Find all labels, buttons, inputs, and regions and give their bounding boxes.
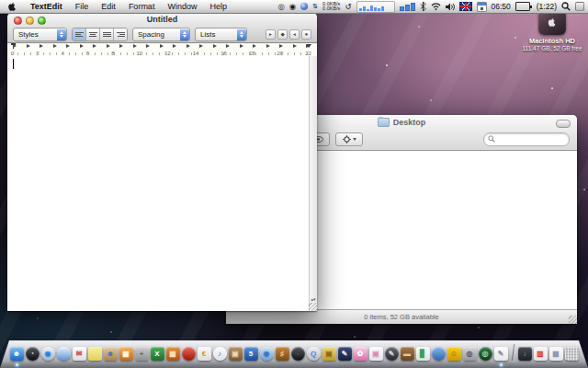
- universal-access-icon[interactable]: ◉: [289, 0, 296, 13]
- dock-icon-google-earth[interactable]: ◗: [432, 347, 446, 361]
- dock-icon-lego-app[interactable]: ☺: [447, 347, 461, 361]
- clock-text[interactable]: 06:50: [492, 2, 511, 11]
- network-graph-widget[interactable]: [356, 1, 395, 13]
- ruler-tab-markers[interactable]: [13, 44, 310, 48]
- tab-stop-marker[interactable]: [27, 44, 30, 48]
- close-button[interactable]: [14, 17, 22, 25]
- tab-stop-marker[interactable]: [253, 44, 256, 48]
- dock-icon-mail[interactable]: ✉: [73, 347, 86, 361]
- dock-icon-red-stripe-stack[interactable]: ▥: [534, 347, 548, 361]
- dock-icon-butterfly-app[interactable]: ✿: [354, 347, 368, 361]
- dock-icon-painting-app[interactable]: ▦: [119, 347, 133, 361]
- resize-grip[interactable]: [309, 303, 317, 311]
- calendar-icon[interactable]: [477, 2, 487, 12]
- spacing-popup[interactable]: Spacing: [132, 28, 190, 41]
- dock-icon-dvd-player[interactable]: ●: [291, 347, 305, 361]
- dock-icon-red-ball-game[interactable]: [182, 347, 196, 361]
- justify-button[interactable]: [100, 29, 114, 40]
- apple-menu-icon[interactable]: [8, 2, 17, 11]
- tab-stop-marker[interactable]: [266, 44, 270, 48]
- sync-orb-icon[interactable]: [300, 3, 308, 10]
- user-switch-icon[interactable]: [575, 2, 584, 11]
- dock-icon-dashboard[interactable]: ◔: [26, 347, 40, 361]
- wifi-icon[interactable]: [431, 3, 441, 10]
- tab-stop-marker[interactable]: [80, 44, 84, 48]
- dock-icon-chart-app[interactable]: ▊: [416, 347, 430, 361]
- dock-icon-idvd[interactable]: ◉: [260, 347, 274, 361]
- dock-icon-downloads-stack[interactable]: ↓: [518, 347, 532, 361]
- dock-icon-currency-app[interactable]: €: [198, 347, 211, 361]
- tab-stop-marker[interactable]: [133, 44, 137, 48]
- dock-icon-safari[interactable]: ◉: [41, 347, 55, 361]
- left-tab-stop-button[interactable]: ▸: [266, 29, 276, 40]
- dock-icon-briefcase-app[interactable]: ▬: [401, 347, 414, 361]
- dock-icon-blue-orb-app[interactable]: [57, 347, 71, 361]
- dock-icon-garageband[interactable]: ♯: [276, 347, 289, 361]
- tab-stop-marker[interactable]: [13, 44, 17, 48]
- styles-popup[interactable]: Styles: [13, 28, 67, 41]
- keychain-icon[interactable]: ◎: [277, 0, 284, 13]
- dock-icon-excel[interactable]: X: [151, 347, 164, 361]
- align-right-button[interactable]: [114, 29, 127, 40]
- dock-icon-textedit[interactable]: ✎: [494, 347, 508, 361]
- tab-stop-marker[interactable]: [40, 44, 43, 48]
- alignment-segmented-control[interactable]: [72, 28, 128, 41]
- menu-window[interactable]: Window: [161, 0, 203, 13]
- menu-file[interactable]: File: [69, 0, 96, 13]
- app-menu-textedit[interactable]: TextEdit: [24, 0, 69, 13]
- tab-stop-buttons[interactable]: ▸ ◆ ◂ ●: [266, 29, 311, 40]
- time-machine-icon[interactable]: ↺: [345, 0, 351, 13]
- dock-icon-map-app[interactable]: ▣: [322, 347, 336, 361]
- textedit-window-controls[interactable]: [14, 17, 46, 25]
- dock-icon-toolbox-app[interactable]: +: [135, 347, 149, 361]
- dock-icon-gauge-app[interactable]: ◎: [463, 347, 477, 361]
- dock-icon-quicktime[interactable]: Q: [307, 347, 321, 361]
- tab-stop-marker[interactable]: [53, 44, 57, 48]
- dock-icon-draw-app[interactable]: ✎: [338, 347, 352, 361]
- toolbar-toggle-pill-button[interactable]: [556, 120, 571, 128]
- search-field[interactable]: [483, 132, 570, 146]
- menu-format[interactable]: Format: [122, 0, 162, 13]
- align-left-button[interactable]: [73, 29, 86, 40]
- tab-stop-marker[interactable]: [279, 44, 283, 48]
- dock-icon-address-book[interactable]: ☻: [104, 347, 118, 361]
- minimize-button[interactable]: [26, 17, 34, 25]
- search-input[interactable]: [495, 133, 563, 144]
- tab-stop-marker[interactable]: [146, 44, 150, 48]
- tab-stop-marker[interactable]: [226, 44, 230, 48]
- dock-icon-grid-stack[interactable]: ▦: [549, 347, 563, 361]
- resize-grip[interactable]: [569, 316, 577, 324]
- spotlight-icon[interactable]: [561, 2, 571, 11]
- dock-icon-ink-app[interactable]: ✎: [385, 347, 399, 361]
- dock-icon-photo-album-app[interactable]: ▣: [229, 347, 243, 361]
- tab-stop-marker[interactable]: [119, 44, 123, 48]
- tab-stop-marker[interactable]: [293, 44, 297, 48]
- desktop-icon-macintosh-hd[interactable]: Macintosh HD 111.47 GB, 52 GB free: [520, 9, 584, 52]
- dock-icon-green-ring-app[interactable]: ◎: [479, 347, 492, 361]
- textedit-titlebar[interactable]: Untitled Styles Spa: [7, 13, 317, 43]
- scrollbar-arrows-icon[interactable]: ▴▾: [310, 297, 317, 302]
- dock-icon-stickies[interactable]: [88, 347, 102, 361]
- signal-bars-icon[interactable]: [400, 3, 415, 11]
- tab-stop-marker[interactable]: [199, 44, 203, 48]
- lists-popup[interactable]: Lists: [195, 28, 247, 41]
- bluetooth-icon[interactable]: [420, 2, 426, 11]
- right-tab-stop-button[interactable]: ◂: [289, 29, 300, 40]
- tab-stop-marker[interactable]: [173, 44, 176, 48]
- dock-icon-itunes[interactable]: ♪: [213, 347, 227, 361]
- dock-icon-trash[interactable]: [565, 347, 579, 361]
- text-editing-area[interactable]: [7, 56, 310, 311]
- tab-stop-marker[interactable]: [240, 44, 243, 48]
- menu-help[interactable]: Help: [203, 0, 233, 13]
- tab-stop-marker[interactable]: [93, 44, 96, 48]
- tab-stop-marker[interactable]: [306, 44, 310, 48]
- menu-edit[interactable]: Edit: [95, 0, 122, 13]
- zoom-button[interactable]: [38, 17, 46, 25]
- tab-stop-marker[interactable]: [213, 44, 217, 48]
- uk-flag-input-icon[interactable]: [459, 2, 472, 11]
- tab-stop-marker[interactable]: [160, 44, 164, 48]
- tab-stop-marker[interactable]: [107, 44, 110, 48]
- dock-icon-finder[interactable]: ☻: [10, 347, 24, 361]
- tab-stop-marker[interactable]: [187, 44, 190, 48]
- tab-stop-marker[interactable]: [66, 44, 70, 48]
